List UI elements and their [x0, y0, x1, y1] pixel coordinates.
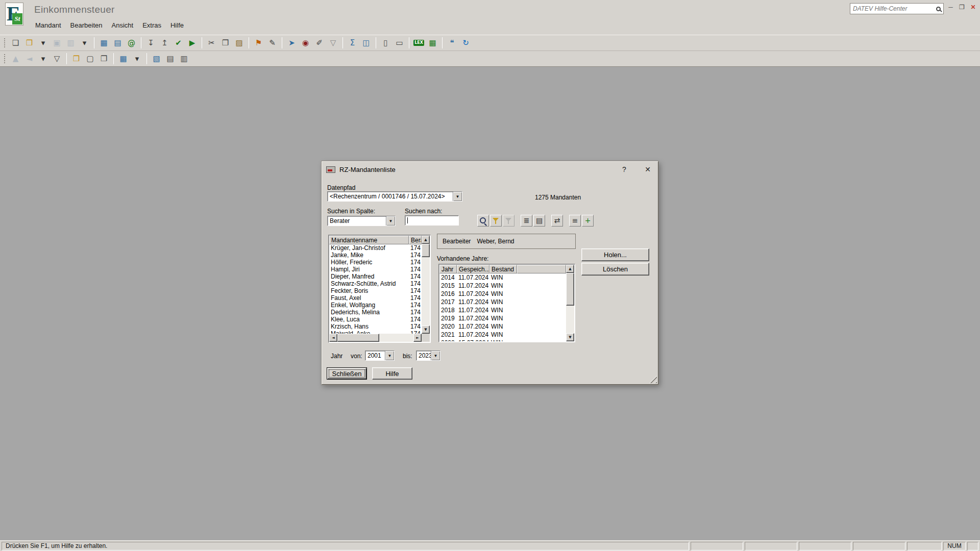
- window-icon[interactable]: ▢: [84, 53, 96, 65]
- datenpfad-combobox[interactable]: <Rechenzentrum / 0001746 / 15.07.2024> ▼: [327, 191, 462, 202]
- edit-note-icon[interactable]: ✎: [266, 37, 279, 49]
- hilfe-button[interactable]: Hilfe: [372, 367, 412, 380]
- menu-item[interactable]: Ansicht: [107, 19, 138, 31]
- holen-button[interactable]: Holen...: [581, 248, 649, 261]
- column-header-mandantenname[interactable]: Mandantenname: [329, 236, 409, 244]
- resize-grip[interactable]: [649, 375, 657, 383]
- layout-caret-icon[interactable]: ▾: [131, 53, 143, 65]
- open-file-caret-icon[interactable]: ▾: [37, 37, 50, 49]
- menu-item[interactable]: Extras: [138, 19, 166, 31]
- print-preview-icon[interactable]: ▤: [111, 37, 124, 49]
- new-document-icon[interactable]: ❏: [9, 37, 22, 49]
- open-file-icon[interactable]: ❒: [23, 37, 36, 49]
- scroll-track[interactable]: [422, 257, 430, 325]
- print-caret-icon[interactable]: ▾: [78, 37, 91, 49]
- pen-icon[interactable]: ✐: [313, 37, 326, 49]
- search-field[interactable]: [405, 215, 459, 226]
- mandant-row[interactable]: Hampl, Jiri 174: [329, 266, 422, 273]
- minimize-button[interactable]: ─: [947, 3, 954, 11]
- paste-icon[interactable]: ▨: [233, 37, 246, 49]
- close-button[interactable]: ✕: [969, 3, 977, 11]
- folder-window-icon[interactable]: ❒: [70, 53, 83, 65]
- year-row[interactable]: 2021 11.07.2024 WIN: [439, 331, 566, 339]
- import-icon[interactable]: ↧: [144, 37, 157, 49]
- loeschen-button[interactable]: Löschen: [581, 263, 649, 276]
- column-header-berater[interactable]: Berat: [409, 236, 422, 244]
- combo-arrow-icon[interactable]: ▼: [385, 351, 394, 360]
- check-icon[interactable]: ✔: [172, 37, 185, 49]
- calculator-icon[interactable]: ▦: [426, 37, 439, 49]
- lex-icon[interactable]: LEX: [412, 37, 425, 49]
- table-icon[interactable]: ▦: [97, 37, 110, 49]
- mandant-row[interactable]: Klee, Luca 174: [329, 316, 422, 323]
- von-combobox[interactable]: 2001 ▼: [365, 350, 395, 361]
- combo-arrow-icon[interactable]: ▼: [453, 192, 462, 201]
- columns-icon[interactable]: ◫: [360, 37, 373, 49]
- export-icon[interactable]: ↥: [158, 37, 171, 49]
- help-search-box[interactable]: [850, 3, 944, 14]
- help-search-icon[interactable]: [933, 4, 943, 14]
- stamp-icon[interactable]: ◉: [299, 37, 312, 49]
- toolbar-grip[interactable]: [4, 38, 6, 48]
- mandant-row[interactable]: Maiwald, Anke 174: [329, 330, 422, 334]
- cut-icon[interactable]: ✂: [205, 37, 218, 49]
- mandant-row[interactable]: Schwarz-Schütte, Astrid 174: [329, 280, 422, 287]
- search-input[interactable]: [405, 216, 458, 225]
- sum-icon[interactable]: Σ: [346, 37, 359, 49]
- dialog-close-button[interactable]: ✕: [642, 164, 654, 175]
- list-horizontal-scrollbar[interactable]: ◄ ►: [329, 334, 422, 342]
- document-icon[interactable]: ▯: [379, 37, 392, 49]
- menu-item[interactable]: Hilfe: [166, 19, 188, 31]
- dialog-help-button[interactable]: ?: [618, 164, 630, 175]
- comment-icon[interactable]: ❝: [446, 37, 458, 49]
- column-header-jahr[interactable]: Jahr: [439, 265, 457, 273]
- restore-button[interactable]: ❐: [958, 3, 966, 11]
- mandant-row[interactable]: Feckter, Boris 174: [329, 287, 422, 294]
- layout-icon[interactable]: ▦: [117, 53, 130, 65]
- dialog-titlebar[interactable]: RZ-Mandantenliste ? ✕: [322, 162, 658, 177]
- copy-icon[interactable]: ❐: [219, 37, 232, 49]
- flag-icon[interactable]: ⚑: [252, 37, 265, 49]
- chart-icon[interactable]: ▧: [150, 53, 163, 65]
- scroll-down-button[interactable]: ▼: [566, 333, 574, 341]
- year-row[interactable]: 2020 11.07.2024 WIN: [439, 322, 566, 331]
- search-column-combobox[interactable]: Berater ▼: [327, 216, 396, 226]
- combo-arrow-icon[interactable]: ▼: [431, 351, 440, 360]
- mandant-row[interactable]: Krüger, Jan-Christof 174: [329, 244, 422, 252]
- mandant-row[interactable]: Faust, Axel 174: [329, 294, 422, 302]
- years-table[interactable]: Jahr Gespeich... Bestand 2014 11.07.2024…: [438, 264, 575, 342]
- year-row[interactable]: 2019 11.07.2024 WIN: [439, 314, 566, 322]
- search-icon[interactable]: [477, 215, 489, 227]
- filter-icon[interactable]: [490, 215, 502, 227]
- scroll-up-button[interactable]: ▲: [566, 265, 574, 273]
- menu-item[interactable]: Bearbeiten: [66, 19, 107, 31]
- menu-item[interactable]: Mandant: [31, 19, 66, 31]
- mandant-row[interactable]: Dederichs, Melina 174: [329, 309, 422, 316]
- clipboard-icon[interactable]: ▭: [393, 37, 406, 49]
- funnel-icon[interactable]: ▽: [327, 37, 339, 49]
- mandant-row[interactable]: Höller, Frederic 174: [329, 259, 422, 266]
- refresh-icon[interactable]: ↻: [459, 37, 472, 49]
- scroll-thumb[interactable]: [566, 273, 574, 306]
- list-view-icon[interactable]: ≡: [569, 215, 581, 227]
- bis-combobox[interactable]: 2023 ▼: [416, 350, 440, 361]
- scroll-down-button[interactable]: ▼: [422, 325, 430, 334]
- mandant-row[interactable]: Janke, Mike 174: [329, 252, 422, 259]
- mandanten-list[interactable]: Mandantenname Berat Krüger, Jan-Christof…: [328, 235, 431, 343]
- scroll-right-button[interactable]: ►: [413, 334, 422, 342]
- list-add-icon[interactable]: +: [582, 215, 594, 227]
- print-page-icon[interactable]: ▤: [164, 53, 177, 65]
- scroll-thumb[interactable]: [337, 334, 379, 342]
- start-icon[interactable]: ▶: [186, 37, 199, 49]
- scroll-track[interactable]: [566, 306, 574, 333]
- year-row[interactable]: 2018 11.07.2024 WIN: [439, 306, 566, 314]
- save-view-icon[interactable]: ▥: [178, 53, 190, 65]
- scroll-left-button[interactable]: ◄: [329, 334, 337, 342]
- year-row[interactable]: 2015 11.07.2024 WIN: [439, 282, 566, 290]
- list-vertical-scrollbar[interactable]: ▲ ▼: [422, 236, 430, 334]
- year-row[interactable]: 2017 11.07.2024 WIN: [439, 298, 566, 306]
- scroll-up-button[interactable]: ▲: [422, 236, 430, 244]
- email-icon[interactable]: @: [125, 37, 138, 49]
- sort-icon[interactable]: ≣: [521, 215, 532, 227]
- mandant-row[interactable]: Dieper, Manfred 174: [329, 273, 422, 280]
